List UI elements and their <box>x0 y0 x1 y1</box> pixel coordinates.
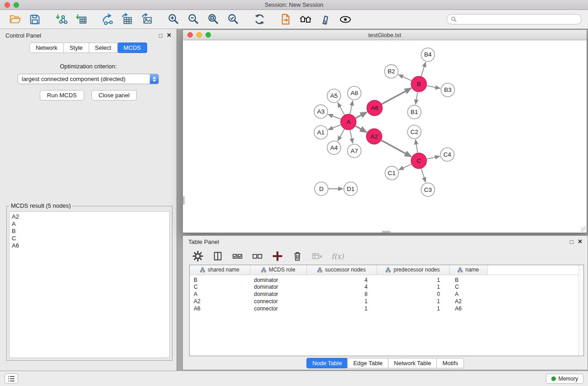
run-mcds-button[interactable]: Run MCDS <box>40 90 84 100</box>
create-column-button[interactable] <box>272 250 283 262</box>
tab-node-table[interactable]: Node Table <box>306 358 348 368</box>
resize-grip[interactable] <box>581 227 586 232</box>
home-button[interactable] <box>299 13 312 26</box>
table-scrollbar[interactable] <box>578 265 583 356</box>
table-row[interactable]: A2connector11A2 <box>190 298 583 305</box>
tab-mcds[interactable]: MCDS <box>118 43 147 53</box>
zoom-in-button[interactable] <box>167 13 180 26</box>
network-zoom-button[interactable] <box>206 32 211 38</box>
tab-select[interactable]: Select <box>89 43 118 53</box>
column-header-shared-name[interactable]: shared name <box>190 265 250 275</box>
export-network-button[interactable] <box>100 13 114 26</box>
tab-edge-table[interactable]: Edge Table <box>347 358 388 368</box>
zoom-fit-button[interactable] <box>206 13 220 26</box>
export-table-button[interactable] <box>120 13 134 26</box>
edge-B-B1[interactable] <box>416 92 417 105</box>
edge-B-B4[interactable] <box>421 62 426 76</box>
select-all-button[interactable] <box>232 250 244 262</box>
edge-C-C2[interactable] <box>416 139 418 152</box>
close-panel-button[interactable]: Close panel <box>91 90 137 100</box>
edge-C-C4[interactable] <box>427 156 440 159</box>
import-network-button[interactable] <box>54 13 68 26</box>
deselect-all-button[interactable] <box>252 250 263 262</box>
zoom-window-button[interactable] <box>14 2 19 8</box>
open-session-button[interactable] <box>8 13 22 26</box>
tab-network[interactable]: Network <box>29 43 64 53</box>
search-input[interactable] <box>459 16 578 23</box>
network-minimize-button[interactable] <box>196 32 202 38</box>
export-image-button[interactable] <box>140 13 154 26</box>
tab-network-table[interactable]: Network Table <box>388 358 437 368</box>
node-A7[interactable]: A7 <box>348 144 361 157</box>
edge-A-A3[interactable] <box>328 114 341 119</box>
function-builder-button[interactable]: f(x) <box>331 250 344 262</box>
float-panel-icon[interactable]: □ <box>159 32 163 39</box>
node-B4[interactable]: B4 <box>421 48 435 62</box>
zoom-out-button[interactable] <box>186 13 200 26</box>
edge-A-A2[interactable] <box>355 126 367 132</box>
edge-A-A5[interactable] <box>338 103 344 115</box>
node-A4[interactable]: A4 <box>327 141 341 154</box>
task-history-button[interactable] <box>5 373 18 384</box>
import-table-button[interactable] <box>74 13 88 26</box>
node-B3[interactable]: B3 <box>441 83 454 97</box>
close-window-button[interactable] <box>5 2 10 8</box>
column-header-predecessor-nodes[interactable]: predecessor nodes <box>377 265 449 275</box>
edge-A6-B[interactable] <box>382 88 411 104</box>
save-session-button[interactable] <box>28 13 42 26</box>
float-table-panel-icon[interactable]: □ <box>570 238 574 245</box>
table-row[interactable]: Adominator80A <box>190 291 583 298</box>
edge-C-C1[interactable] <box>399 164 411 170</box>
criterion-dropdown[interactable]: largest connected component (directed) <box>18 74 159 84</box>
network-close-button[interactable] <box>187 32 193 38</box>
close-table-panel-icon[interactable]: × <box>578 239 582 244</box>
delete-table-button[interactable] <box>311 250 323 262</box>
node-C3[interactable]: C3 <box>421 183 435 196</box>
tab-motifs[interactable]: Motifs <box>436 358 464 368</box>
table-settings-button[interactable] <box>192 250 204 262</box>
show-columns-button[interactable] <box>212 250 224 262</box>
column-header-name[interactable]: name <box>449 265 488 275</box>
memory-button[interactable]: Memory <box>546 374 583 384</box>
delete-column-button[interactable] <box>292 250 303 262</box>
network-canvas[interactable]: B4B2BB3A8A5A6A3B1AA1C2A2A4A7C4CC1DD1C3 <box>183 40 587 233</box>
node-D[interactable]: D <box>315 182 328 195</box>
vertical-scroll-indicator[interactable] <box>183 196 185 205</box>
node-A6[interactable]: A6 <box>367 100 382 116</box>
edge-B-B3[interactable] <box>427 86 440 88</box>
apply-layout-button[interactable] <box>253 13 266 26</box>
node-C2[interactable]: C2 <box>407 125 421 139</box>
node-B1[interactable]: B1 <box>407 105 421 119</box>
zoom-selected-button[interactable] <box>226 13 240 26</box>
first-neighbors-button[interactable] <box>279 13 292 26</box>
node-A3[interactable]: A3 <box>314 105 328 119</box>
show-hide-button[interactable] <box>339 13 352 26</box>
edge-A-A4[interactable] <box>338 129 344 141</box>
column-header-mcds-role[interactable]: MCDS role <box>250 265 306 275</box>
table-row[interactable]: Cdominator41C <box>190 283 583 291</box>
node-D1[interactable]: D1 <box>344 182 358 195</box>
table-row[interactable]: Bdominator41B <box>190 275 583 283</box>
node-A2[interactable]: A2 <box>367 129 382 144</box>
column-header-successor-nodes[interactable]: successor nodes <box>306 265 377 275</box>
table-row[interactable]: A6connector11A6 <box>190 305 583 312</box>
edge-B-B2[interactable] <box>398 75 411 81</box>
mcds-result-list[interactable]: A2ABCA6 <box>9 211 170 358</box>
close-panel-icon[interactable]: × <box>167 33 171 38</box>
edge-A-A8[interactable] <box>350 100 353 114</box>
node-A5[interactable]: A5 <box>327 89 341 103</box>
node-C1[interactable]: C1 <box>385 166 398 180</box>
edge-A2-C[interactable] <box>381 140 411 157</box>
node-A8[interactable]: A8 <box>348 86 361 100</box>
node-B2[interactable]: B2 <box>385 65 398 78</box>
edge-C-C3[interactable] <box>421 169 425 183</box>
edge-A-A7[interactable] <box>350 130 353 143</box>
horizontal-scroll-indicator[interactable] <box>382 231 390 233</box>
tab-style[interactable]: Style <box>64 43 89 53</box>
style-pen-button[interactable] <box>319 13 332 26</box>
edge-A-A6[interactable] <box>356 112 367 118</box>
node-A[interactable]: A <box>341 114 356 130</box>
node-C4[interactable]: C4 <box>440 148 454 161</box>
search-box[interactable] <box>447 14 582 24</box>
edge-A-A1[interactable] <box>328 125 341 130</box>
